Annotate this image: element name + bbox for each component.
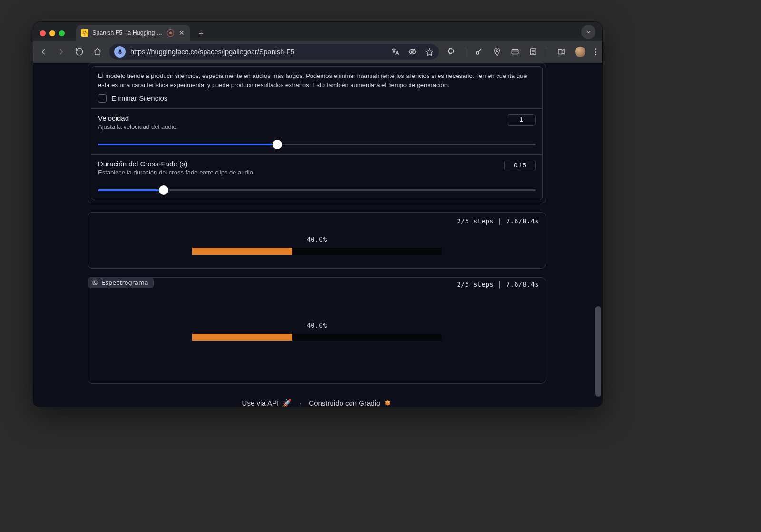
progress-1-percent: 40.0% bbox=[95, 235, 539, 243]
new-tab-button[interactable]: ＋ bbox=[194, 26, 207, 39]
crossfade-slider[interactable] bbox=[98, 186, 536, 194]
media-icon[interactable] bbox=[557, 48, 566, 56]
progress-1-bar bbox=[192, 248, 442, 255]
svg-marker-15 bbox=[385, 402, 391, 406]
velocidad-label: Velocidad bbox=[98, 114, 178, 122]
reader-icon[interactable] bbox=[529, 48, 537, 56]
use-via-api-link[interactable]: Use via API 🚀 bbox=[242, 399, 292, 407]
velocidad-section: Velocidad Ajusta la velocidad del audio. bbox=[91, 108, 542, 154]
window-controls bbox=[39, 30, 68, 41]
svg-rect-0 bbox=[119, 49, 120, 52]
espectrograma-chip-label: Espectrograma bbox=[101, 279, 148, 286]
close-tab-icon[interactable]: ✕ bbox=[178, 29, 185, 36]
window-minimize[interactable] bbox=[49, 30, 55, 36]
location-icon[interactable] bbox=[493, 48, 501, 56]
rocket-icon: 🚀 bbox=[283, 399, 292, 407]
settings-panel: El modelo tiende a producir silencios, e… bbox=[88, 63, 546, 203]
tabs-overflow-button[interactable] bbox=[581, 25, 595, 39]
silences-description: El modelo tiende a producir silencios, e… bbox=[98, 72, 536, 90]
crossfade-sublabel: Establece la duración del cross-fade ent… bbox=[98, 169, 255, 176]
progress-2-steps: 2/5 steps | 7.6/8.4s bbox=[95, 281, 539, 288]
progress-2-bar bbox=[192, 334, 442, 341]
progress-1-steps: 2/5 steps | 7.6/8.4s bbox=[95, 217, 539, 225]
extensions-icon[interactable] bbox=[447, 48, 455, 56]
profile-avatar[interactable] bbox=[575, 47, 585, 57]
progress-2-percent: 40.0% bbox=[95, 321, 539, 329]
svg-point-4 bbox=[476, 51, 479, 54]
back-button[interactable] bbox=[39, 48, 48, 56]
incognito-eye-icon[interactable] bbox=[408, 48, 417, 56]
svg-marker-3 bbox=[426, 48, 433, 55]
velocidad-sublabel: Ajusta la velocidad del audio. bbox=[98, 123, 178, 130]
key-icon[interactable] bbox=[475, 48, 483, 56]
forward-button[interactable] bbox=[57, 48, 66, 56]
site-permission-mic-icon[interactable] bbox=[114, 46, 126, 58]
svg-point-5 bbox=[496, 50, 498, 52]
gradio-icon bbox=[384, 399, 391, 407]
velocidad-input[interactable] bbox=[507, 114, 536, 126]
footer: Use via API 🚀 · Construido con Gradio bbox=[41, 399, 593, 407]
crossfade-section: Duración del Cross-Fade (s) Establece la… bbox=[91, 154, 542, 200]
tab-title: Spanish F5 - a Hugging Fa bbox=[92, 29, 163, 36]
svg-rect-6 bbox=[512, 50, 518, 54]
svg-rect-12 bbox=[93, 281, 97, 285]
window-maximize[interactable] bbox=[59, 30, 65, 36]
eliminar-silencios-checkbox[interactable] bbox=[98, 94, 107, 103]
browser-toolbar: https://huggingface.co/spaces/jpgallegoa… bbox=[33, 41, 602, 63]
browser-window: 🤗 Spanish F5 - a Hugging Fa ✕ ＋ https://… bbox=[33, 22, 602, 407]
footer-separator: · bbox=[299, 399, 301, 407]
browser-tab[interactable]: 🤗 Spanish F5 - a Hugging Fa ✕ bbox=[76, 25, 190, 41]
crossfade-input[interactable] bbox=[504, 160, 536, 171]
built-with-gradio-link[interactable]: Construido con Gradio bbox=[309, 399, 391, 407]
progress-card-2: Espectrograma 2/5 steps | 7.6/8.4s 40.0% bbox=[88, 277, 546, 384]
progress-card-1: 2/5 steps | 7.6/8.4s 40.0% bbox=[88, 212, 546, 269]
scrollbar-thumb[interactable] bbox=[595, 306, 601, 397]
home-button[interactable] bbox=[93, 48, 102, 56]
espectrograma-chip[interactable]: Espectrograma bbox=[88, 277, 154, 288]
velocidad-slider[interactable] bbox=[98, 141, 536, 148]
window-close[interactable] bbox=[40, 30, 46, 36]
url-text: https://huggingface.co/spaces/jpgallegoa… bbox=[130, 48, 294, 56]
browser-menu-icon[interactable] bbox=[595, 48, 596, 55]
reload-button[interactable] bbox=[75, 48, 84, 56]
bookmark-star-icon[interactable] bbox=[425, 48, 434, 56]
scrollbar[interactable] bbox=[595, 63, 602, 407]
recording-indicator-icon[interactable] bbox=[167, 29, 174, 37]
address-bar[interactable]: https://huggingface.co/spaces/jpgallegoa… bbox=[109, 44, 439, 60]
payment-icon[interactable] bbox=[511, 48, 519, 56]
crossfade-label: Duración del Cross-Fade (s) bbox=[98, 160, 255, 168]
tab-strip: 🤗 Spanish F5 - a Hugging Fa ✕ ＋ bbox=[33, 22, 602, 41]
silences-section: El modelo tiende a producir silencios, e… bbox=[91, 67, 542, 108]
translate-icon[interactable] bbox=[391, 48, 400, 56]
huggingface-favicon: 🤗 bbox=[81, 29, 88, 37]
eliminar-silencios-label: Eliminar Silencios bbox=[111, 94, 167, 102]
page-viewport: El modelo tiende a producir silencios, e… bbox=[33, 63, 602, 407]
